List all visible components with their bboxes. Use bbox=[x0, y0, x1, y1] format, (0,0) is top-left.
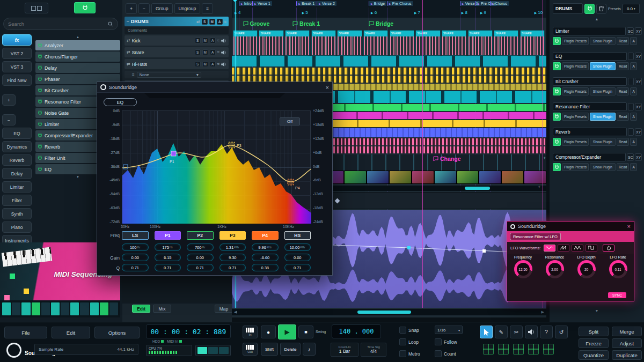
eq-handle-p4[interactable] bbox=[288, 179, 294, 185]
snap-toggle[interactable]: Snap bbox=[399, 327, 419, 334]
scroll-right-icon[interactable]: ▶ bbox=[541, 310, 544, 314]
plugin-category-button[interactable]: Limiter bbox=[2, 181, 32, 193]
section-label-change[interactable]: Change bbox=[433, 156, 461, 162]
bar-number[interactable]: ▶ 7 bbox=[414, 10, 420, 15]
read-automation-button[interactable]: Read bbox=[617, 87, 630, 95]
midi-out-button[interactable]: Out bbox=[243, 343, 258, 356]
options-menu-button[interactable]: Options bbox=[94, 327, 140, 338]
pan-tool-icon[interactable]: + bbox=[543, 156, 546, 161]
track-menu-button[interactable]: ≡ bbox=[202, 3, 213, 14]
mute-button[interactable]: M bbox=[209, 19, 215, 25]
eq-handle-ls[interactable] bbox=[123, 165, 128, 169]
freeze-button[interactable]: Freeze bbox=[579, 338, 609, 348]
count-toggle[interactable]: Count bbox=[435, 350, 456, 357]
plugin-slot-name[interactable]: Limiter bbox=[553, 27, 626, 35]
midi-clip[interactable]: SNARE bbox=[415, 30, 440, 56]
automation-mode-button[interactable]: A bbox=[630, 87, 636, 95]
quantize-button[interactable]: Quantize bbox=[579, 350, 609, 360]
band-select-button[interactable]: P4 bbox=[252, 231, 279, 240]
mute-button[interactable]: M bbox=[202, 49, 208, 55]
plugin-category-button[interactable]: VST 3 bbox=[2, 61, 32, 72]
knob-control[interactable]: 0.11 bbox=[609, 260, 627, 278]
band-q-value[interactable]: 0.71 bbox=[155, 264, 181, 271]
timeline-ruler[interactable]: ▶ Intro ▶ Verse 1 ▶ Break 1 ▶ bbox=[232, 0, 546, 18]
tempo-display[interactable]: 140 . 000 bbox=[332, 324, 381, 338]
window-titlebar[interactable]: SoundBridge × bbox=[97, 82, 332, 93]
band-frequency-value[interactable]: 1.31 KHz bbox=[219, 243, 246, 251]
band-q-value[interactable]: 0.71 bbox=[187, 264, 214, 271]
band-select-button[interactable]: P2 bbox=[187, 231, 214, 240]
band-gain-value[interactable]: 0.00 bbox=[187, 254, 214, 261]
clip-row-teal[interactable] bbox=[232, 56, 546, 67]
eq-handle-p3[interactable] bbox=[229, 142, 235, 148]
automation-mode-button[interactable]: A bbox=[630, 163, 636, 171]
scroll-up-icon[interactable]: ▲ bbox=[35, 35, 120, 40]
timeline-marker[interactable]: ▶ Verse 2 bbox=[317, 1, 336, 6]
sidechain-badge[interactable] bbox=[628, 128, 634, 136]
collapse-chain-icon[interactable]: ▲ bbox=[550, 17, 644, 21]
knob-control[interactable]: 2.00 bbox=[546, 260, 564, 278]
band-gain-value[interactable]: 9.30 bbox=[219, 254, 246, 261]
section-label[interactable]: Groove bbox=[243, 20, 270, 27]
band-gain-value[interactable]: 6.15 bbox=[155, 254, 181, 261]
timeline-marker[interactable]: ▶ Verse 1 bbox=[252, 1, 272, 6]
scrollbar-thumb[interactable] bbox=[357, 311, 411, 314]
swing-label[interactable]: Swing bbox=[316, 330, 326, 334]
eq-tab[interactable]: EQ bbox=[104, 98, 137, 106]
cut-tool-button[interactable]: ✂ bbox=[510, 326, 523, 338]
draw-tool-button[interactable]: ✎ bbox=[495, 326, 508, 338]
loop-toggle[interactable]: Loop bbox=[399, 338, 419, 345]
knob-control[interactable]: 12.50 bbox=[514, 260, 532, 278]
plugin-category-button[interactable]: − bbox=[2, 114, 16, 125]
video-thumbnail[interactable] bbox=[479, 171, 501, 183]
listen-tool-button[interactable] bbox=[525, 326, 538, 338]
arm-button[interactable]: A bbox=[210, 49, 216, 55]
automation-mode-button[interactable]: A bbox=[630, 113, 636, 121]
automation-mode-button[interactable]: A bbox=[630, 62, 636, 70]
timeline-marker[interactable]: ▶ Chorus bbox=[490, 1, 509, 6]
resonance-filter-window[interactable]: SoundBridge × Resonance Filter w/ LFO LF… bbox=[507, 221, 634, 301]
plugin-category-button[interactable]: EQ bbox=[2, 128, 32, 139]
delete-plugin-button[interactable] bbox=[596, 4, 606, 14]
xy-badge[interactable]: XY bbox=[635, 103, 642, 110]
speaker-icon[interactable] bbox=[221, 50, 226, 55]
group-button[interactable]: Group bbox=[151, 3, 173, 14]
swap-icon[interactable]: ⇄ bbox=[127, 50, 130, 55]
read-automation-button[interactable]: Read bbox=[617, 138, 630, 146]
follow-toggle[interactable]: Follow bbox=[435, 338, 457, 345]
plugin-manager-button[interactable] bbox=[74, 2, 96, 13]
close-icon[interactable]: × bbox=[326, 84, 329, 91]
plugin-power-button[interactable] bbox=[553, 87, 561, 95]
midi-in-button[interactable]: In bbox=[243, 326, 258, 338]
video-thumbnail[interactable] bbox=[345, 171, 366, 183]
band-select-button[interactable]: LS bbox=[122, 231, 149, 240]
automation-icon[interactable]: ≈ bbox=[217, 50, 219, 55]
ungroup-button[interactable]: Ungroup bbox=[174, 3, 201, 14]
midi-clip[interactable]: SNARE bbox=[311, 30, 336, 56]
view-tab[interactable]: Map bbox=[215, 305, 233, 313]
midi-clip[interactable]: SNARE bbox=[285, 30, 310, 56]
adjust-button[interactable]: Adjust bbox=[612, 338, 642, 348]
bar-number[interactable]: ▶ 6 bbox=[371, 10, 377, 15]
bar-number[interactable]: ▶ 4 bbox=[235, 10, 240, 15]
xy-badge[interactable]: XY bbox=[635, 27, 642, 35]
midi-clip[interactable]: SNARE bbox=[259, 30, 283, 56]
midi-clip[interactable]: SNARE bbox=[442, 30, 466, 56]
show-plugin-button[interactable]: Show Plugin bbox=[590, 62, 616, 70]
file-menu-button[interactable]: File bbox=[4, 327, 47, 338]
solo-button[interactable]: S bbox=[195, 61, 201, 67]
xy-badge[interactable]: XY bbox=[635, 53, 642, 60]
lfo-wave-saw-button[interactable] bbox=[558, 245, 569, 252]
eq-handle-p1[interactable] bbox=[171, 151, 176, 156]
eq-plugin-window[interactable]: SoundBridge × EQ Off 0dB-9dB-18dB-27dB-3… bbox=[97, 82, 333, 276]
video-thumbnail[interactable] bbox=[412, 171, 434, 183]
plugin-slot-name[interactable]: EQ bbox=[553, 52, 627, 61]
band-frequency-value[interactable]: 9.96 KHz bbox=[252, 243, 279, 251]
band-frequency-value[interactable]: 100 Hz bbox=[122, 243, 149, 251]
plugin-presets-button[interactable]: Plugin Presets bbox=[562, 138, 589, 146]
band-select-button[interactable]: HS bbox=[284, 231, 311, 240]
plugin-slot-name[interactable]: Resonance Filter bbox=[553, 102, 627, 111]
lfo-wave-square-button[interactable] bbox=[586, 245, 597, 252]
mute-button[interactable]: M bbox=[202, 38, 208, 43]
video-thumbnail[interactable] bbox=[435, 171, 456, 183]
